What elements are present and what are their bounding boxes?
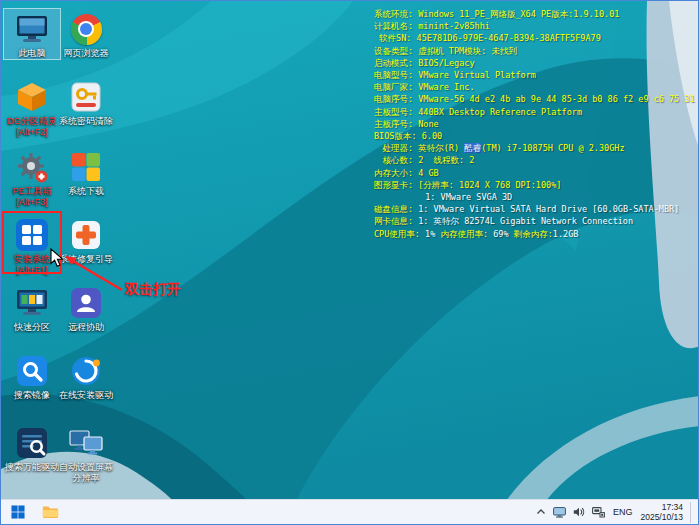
tray-display-icon[interactable] bbox=[553, 507, 566, 518]
online-driver-icon bbox=[69, 353, 103, 389]
desktop-icon-this-pc[interactable]: 此电脑 bbox=[4, 9, 60, 59]
tray-chevron-up-icon[interactable] bbox=[536, 508, 546, 516]
desktop-icon-label: 搜索镜像 bbox=[4, 390, 60, 401]
sysinfo-line: 网卡信息: 1: 英特尔 82574L Gigabit Network Conn… bbox=[374, 215, 695, 227]
desktop-icon-web-browser[interactable]: 网页浏览器 bbox=[58, 9, 114, 59]
system-info-panel: 系统环境: Windows 11_PE_网络版_X64 PE版本:1.9.10.… bbox=[374, 8, 695, 240]
tray-volume-icon[interactable] bbox=[573, 507, 585, 517]
language-indicator[interactable]: ENG bbox=[612, 507, 634, 517]
windows-logo-icon bbox=[11, 505, 25, 519]
desktop-icon-label: DG分区精灵 [Alt+F2] bbox=[4, 116, 60, 137]
install-system-icon bbox=[14, 217, 50, 253]
sysinfo-line: 软件SN: 45E781D6-979E-4647-B394-38AFTF5F9A… bbox=[374, 32, 695, 44]
taskbar-left bbox=[5, 502, 63, 523]
desktop-icon-label: 网页浏览器 bbox=[58, 48, 114, 59]
clock-time: 17:34 bbox=[640, 502, 683, 512]
sysinfo-line: 设备类型: 虚拟机 TPM模块: 未找到 bbox=[374, 45, 695, 57]
file-explorer-button[interactable] bbox=[37, 502, 63, 523]
search-image-icon bbox=[15, 353, 49, 389]
password-clear-icon bbox=[69, 79, 103, 115]
desktop-icon-quick-partition[interactable]: 快速分区 bbox=[4, 283, 60, 333]
desktop-icon-label: 系统修复引导 bbox=[58, 254, 114, 265]
taskbar-clock[interactable]: 17:34 2025/10/13 bbox=[640, 502, 683, 522]
show-desktop-button[interactable] bbox=[690, 502, 694, 523]
desktop-icon-boot-repair[interactable]: 系统修复引导 bbox=[58, 215, 114, 265]
sysinfo-line: 图形显卡: [分辨率: 1024 X 768 DPI:100%] bbox=[374, 179, 695, 191]
desktop-icon-label: 快速分区 bbox=[4, 322, 60, 333]
sysinfo-line: 启动模式: BIOS/Legacy bbox=[374, 57, 695, 69]
remote-assist-icon bbox=[69, 285, 103, 321]
pe-desktop-screen: 此电脑 网页浏览器 DG分区精灵 [Alt+F2] bbox=[0, 0, 699, 525]
sysinfo-line: 主板序号: None bbox=[374, 118, 695, 130]
desktop-icon-label: 系统密码清除 bbox=[58, 116, 114, 127]
sysinfo-line: 计算机名: minint-2v85hhi bbox=[374, 20, 695, 32]
desktop-icon-auto-resolution[interactable]: 自动设置屏幕分辨率 bbox=[58, 423, 114, 483]
desktop-icon-label: 自动设置屏幕分辨率 bbox=[58, 462, 114, 483]
auto-resolution-icon bbox=[68, 425, 104, 461]
desktop-icon-search-driver[interactable]: 搜索万能驱动 bbox=[4, 423, 60, 473]
sysinfo-line: 处理器: 英特尔(R) 酷睿(TM) i7-10875H CPU @ 2.30G… bbox=[374, 142, 695, 154]
taskbar: ENG 17:34 2025/10/13 bbox=[1, 499, 698, 524]
sysinfo-line: 主板型号: 440BX Desktop Reference Platform bbox=[374, 106, 695, 118]
start-button[interactable] bbox=[5, 502, 31, 523]
mouse-cursor bbox=[50, 248, 66, 268]
desktop-icon-system-download[interactable]: 系统下载 bbox=[58, 147, 114, 197]
sysinfo-line: 系统环境: Windows 11_PE_网络版_X64 PE版本:1.9.10.… bbox=[374, 8, 695, 20]
sysinfo-line: 磁盘信息: 1: VMware Virtual SATA Hard Drive … bbox=[374, 203, 695, 215]
desktop-icon-label: 远程协助 bbox=[58, 322, 114, 333]
annotation-text: 双击打开 bbox=[125, 281, 181, 299]
sysinfo-line: 电脑序号: VMware-56 4d e2 4b ab 9e 44 85-3d … bbox=[374, 93, 695, 105]
desktop-icon-label: PE工具箱 [Alt+F3] bbox=[4, 186, 60, 207]
search-driver-icon bbox=[15, 425, 49, 461]
desktop-icon-dg-partition[interactable]: DG分区精灵 [Alt+F2] bbox=[4, 77, 60, 137]
desktop-icon-label: 此电脑 bbox=[4, 48, 60, 59]
taskbar-tray: ENG 17:34 2025/10/13 bbox=[536, 502, 694, 523]
desktop-icon-label: 在线安装驱动 bbox=[58, 390, 114, 401]
tray-network-icon[interactable] bbox=[592, 507, 605, 518]
desktop-icon-search-image[interactable]: 搜索镜像 bbox=[4, 351, 60, 401]
desktop-icon-password-clear[interactable]: 系统密码清除 bbox=[58, 77, 114, 127]
sysinfo-line: CPU使用率: 1% 内存使用率: 69% 剩余内存:1.2GB bbox=[374, 228, 695, 240]
desktop-icon-label: 搜索万能驱动 bbox=[4, 462, 60, 473]
sysinfo-line: BIOS版本: 6.00 bbox=[374, 130, 695, 142]
boot-repair-icon bbox=[69, 217, 103, 253]
sysinfo-line: 电脑厂家: VMware Inc. bbox=[374, 81, 695, 93]
desktop: 此电脑 网页浏览器 DG分区精灵 [Alt+F2] bbox=[1, 1, 698, 499]
desktop-icon-online-driver[interactable]: 在线安装驱动 bbox=[58, 351, 114, 401]
desktop-icon-pe-toolbox[interactable]: PE工具箱 [Alt+F3] bbox=[4, 147, 60, 207]
dg-partition-icon bbox=[15, 79, 49, 115]
desktop-icon-label: 系统下载 bbox=[58, 186, 114, 197]
sysinfo-line: 电脑型号: VMware Virtual Platform bbox=[374, 69, 695, 81]
sysinfo-line: 内存大小: 4 GB bbox=[374, 167, 695, 179]
this-pc-icon bbox=[15, 11, 49, 47]
browser-icon bbox=[71, 11, 102, 47]
sysinfo-line: 核心数: 2 线程数: 2 bbox=[374, 154, 695, 166]
sysinfo-line: 1: VMware SVGA 3D bbox=[374, 191, 695, 203]
pe-toolbox-gear-icon bbox=[15, 149, 49, 185]
folder-icon bbox=[42, 505, 59, 519]
system-download-icon bbox=[69, 149, 103, 185]
desktop-icon-remote-assist[interactable]: 远程协助 bbox=[58, 283, 114, 333]
clock-date: 2025/10/13 bbox=[640, 512, 683, 522]
quick-partition-icon bbox=[15, 285, 49, 321]
